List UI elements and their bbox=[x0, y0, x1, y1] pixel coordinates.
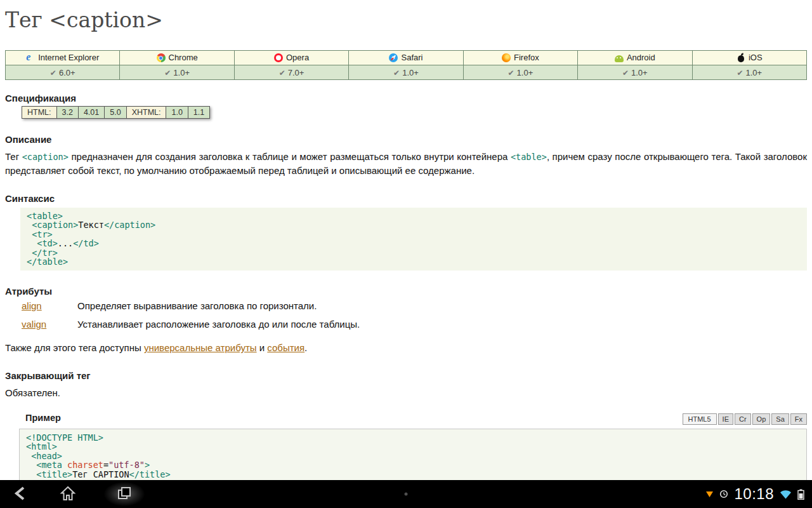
status-cluster: 10:18 bbox=[705, 480, 804, 508]
browser-version-cell: ✔1.0+ bbox=[692, 65, 806, 80]
recent-apps-button[interactable] bbox=[104, 482, 145, 506]
code-line: <title>Тег CAPTION</title> bbox=[26, 470, 800, 479]
navigation-buttons bbox=[10, 480, 145, 508]
example-tabs: HTML5IECrOpSaFx bbox=[681, 413, 807, 425]
browser-version-cell: ✔1.0+ bbox=[463, 65, 577, 80]
tab-html5[interactable]: HTML5 bbox=[683, 413, 717, 425]
events-link[interactable]: события bbox=[267, 342, 304, 353]
code-line: </table> bbox=[27, 257, 801, 267]
spec-cell: 5.0 bbox=[105, 106, 126, 119]
wifi-icon bbox=[780, 490, 792, 499]
specification-table: HTML:3.24.015.0XHTML:1.01.1 bbox=[22, 106, 210, 119]
code-line: <meta charset="utf-8"> bbox=[26, 460, 800, 470]
specification-heading: Спецификация bbox=[5, 93, 807, 104]
check-icon: ✔ bbox=[508, 69, 514, 77]
firefox-icon bbox=[502, 53, 511, 62]
apple-icon bbox=[737, 53, 745, 62]
attributes-heading: Атрибуты bbox=[5, 286, 807, 297]
home-button[interactable] bbox=[57, 483, 79, 505]
attribute-description: Устанавливает расположение заголовка до … bbox=[77, 319, 360, 330]
status-clock: 10:18 bbox=[734, 485, 774, 503]
browser-version-cell: ✔1.0+ bbox=[349, 65, 463, 80]
safari-icon bbox=[389, 53, 398, 62]
browser-header-cell: Android bbox=[578, 51, 692, 65]
home-icon bbox=[60, 485, 76, 504]
webpage-content: Тег <caption> Internet ExplorerChromeOpe… bbox=[0, 0, 812, 480]
notification-icon bbox=[705, 490, 714, 498]
code-line: <html> bbox=[26, 442, 800, 451]
ie-icon bbox=[26, 53, 35, 62]
note-text: Также для этого тега доступны bbox=[5, 342, 144, 353]
browser-support-table: Internet ExplorerChromeOperaSafariFirefo… bbox=[5, 50, 807, 80]
check-icon: ✔ bbox=[279, 69, 285, 77]
tab-fx[interactable]: Fx bbox=[790, 413, 807, 425]
attribute-link-valign[interactable]: valign bbox=[22, 319, 77, 330]
opera-icon bbox=[274, 53, 283, 62]
tab-cr[interactable]: Cr bbox=[735, 413, 751, 425]
back-button[interactable] bbox=[10, 483, 32, 505]
browser-header-cell: iOS bbox=[692, 51, 806, 65]
page-title: Тег <caption> bbox=[5, 8, 807, 32]
check-icon: ✔ bbox=[737, 69, 743, 77]
syntax-code-block: <table> <caption>Текст</caption> <tr> <t… bbox=[20, 208, 807, 271]
tab-op[interactable]: Op bbox=[752, 413, 771, 425]
spec-cell: 1.1 bbox=[188, 106, 210, 119]
tablet-screen: Тег <caption> Internet ExplorerChromeOpe… bbox=[0, 0, 812, 508]
code-line: </tr> bbox=[27, 248, 801, 258]
universal-attributes-link[interactable]: универсальные атрибуты bbox=[144, 342, 257, 353]
inline-code-tag: <table> bbox=[511, 152, 547, 162]
example-header: Пример HTML5IECrOpSaFx bbox=[19, 413, 807, 425]
browser-version-cell: ✔7.0+ bbox=[234, 65, 348, 80]
example-section: Пример HTML5IECrOpSaFx <!DOCTYPE HTML><h… bbox=[19, 413, 807, 480]
attributes-list: alignОпределяет выравнивание заголовка п… bbox=[22, 300, 807, 330]
attribute-link-align[interactable]: align bbox=[22, 300, 77, 311]
browser-header-cell: Firefox bbox=[463, 51, 577, 65]
spec-cell: 4.01 bbox=[79, 106, 105, 119]
spec-cell: XHTML: bbox=[127, 106, 167, 119]
battery-icon bbox=[797, 489, 804, 500]
check-icon: ✔ bbox=[164, 69, 171, 77]
attribute-description: Определяет выравнивание заголовка по гор… bbox=[77, 300, 317, 311]
code-line: <td>...</td> bbox=[27, 239, 801, 248]
code-line: <head> bbox=[26, 451, 800, 461]
tab-sa[interactable]: Sa bbox=[771, 413, 789, 425]
browser-header-cell: Opera bbox=[234, 51, 348, 65]
example-code-block: <!DOCTYPE HTML><html> <head> <meta chars… bbox=[19, 429, 807, 480]
check-icon: ✔ bbox=[393, 69, 400, 77]
code-line: <!DOCTYPE HTML> bbox=[26, 433, 800, 443]
check-icon: ✔ bbox=[622, 69, 629, 77]
description-heading: Описание bbox=[5, 134, 807, 145]
code-line: <caption>Текст</caption> bbox=[27, 220, 801, 230]
note-text: . bbox=[304, 342, 307, 353]
description-text: Тег bbox=[5, 151, 22, 162]
browser-versions-row: ✔6.0+✔1.0+✔7.0+✔1.0+✔1.0+✔1.0+✔1.0+ bbox=[6, 65, 807, 80]
check-icon: ✔ bbox=[50, 69, 56, 77]
universal-attributes-note: Также для этого тега доступны универсаль… bbox=[5, 341, 807, 355]
android-icon bbox=[615, 55, 624, 62]
spec-cell: 3.2 bbox=[57, 106, 79, 119]
spec-cell: 1.0 bbox=[166, 106, 188, 119]
closing-tag-text: Обязателен. bbox=[5, 386, 807, 400]
browser-header-cell: Chrome bbox=[120, 51, 234, 65]
attribute-row: valignУстанавливает расположение заголов… bbox=[22, 319, 807, 330]
navbar-center-dot bbox=[405, 493, 408, 496]
description-paragraph: Тег <caption> предназначен для создания … bbox=[5, 150, 807, 178]
browser-header-cell: Safari bbox=[349, 51, 463, 65]
browser-names-row: Internet ExplorerChromeOperaSafariFirefo… bbox=[6, 51, 807, 65]
code-line: <table> bbox=[27, 211, 801, 221]
recent-apps-icon bbox=[116, 485, 133, 504]
browser-header-cell: Internet Explorer bbox=[6, 51, 120, 65]
browser-version-cell: ✔6.0+ bbox=[6, 65, 120, 80]
browser-version-cell: ✔1.0+ bbox=[578, 65, 692, 80]
inline-code-tag: <caption> bbox=[22, 152, 69, 162]
attribute-row: alignОпределяет выравнивание заголовка п… bbox=[22, 300, 807, 311]
closing-tag-heading: Закрывающий тег bbox=[5, 370, 807, 381]
back-icon bbox=[13, 485, 29, 504]
syntax-heading: Синтаксис bbox=[5, 193, 807, 204]
example-heading: Пример bbox=[25, 413, 61, 423]
tab-ie[interactable]: IE bbox=[718, 413, 733, 425]
note-text: и bbox=[257, 342, 268, 353]
description-text: предназначен для создания заголовка к та… bbox=[69, 151, 511, 162]
spec-cell: HTML: bbox=[22, 106, 57, 119]
code-line: <tr> bbox=[27, 230, 801, 239]
